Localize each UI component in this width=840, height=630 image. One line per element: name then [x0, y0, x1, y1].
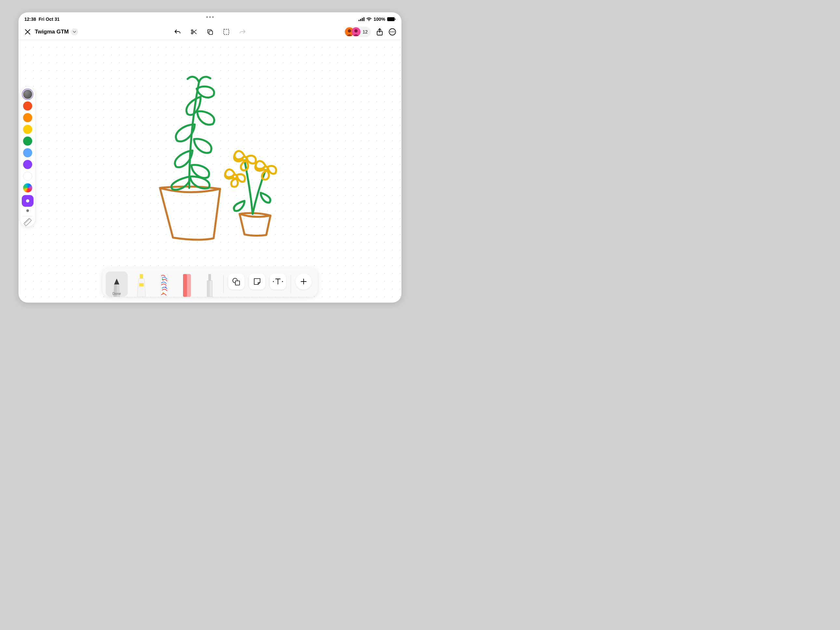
highlighter-tool[interactable] — [132, 272, 150, 297]
battery-pct: 100% — [374, 17, 385, 22]
svg-point-39 — [273, 281, 274, 282]
status-time: 12:38 — [24, 17, 36, 22]
color-palette — [20, 87, 35, 227]
stroke-size-button[interactable] — [26, 209, 29, 212]
share-icon — [376, 28, 383, 36]
ruler-button[interactable] — [24, 218, 32, 227]
highlighter-icon — [136, 274, 147, 297]
svg-rect-21 — [24, 218, 32, 226]
dock-divider — [291, 275, 291, 293]
cutter-icon — [206, 274, 213, 297]
svg-rect-25 — [140, 274, 143, 279]
svg-rect-4 — [387, 17, 395, 21]
svg-point-15 — [390, 32, 392, 33]
svg-rect-2 — [362, 18, 363, 21]
svg-rect-38 — [235, 281, 240, 285]
color-picker-button[interactable] — [23, 183, 32, 193]
sticky-note-tool[interactable] — [249, 273, 265, 290]
battery-icon — [387, 17, 396, 21]
wifi-icon — [366, 17, 371, 21]
svg-marker-22 — [114, 279, 119, 284]
sticky-note-icon — [253, 278, 261, 286]
shape-tool[interactable] — [228, 273, 245, 290]
svg-point-29 — [162, 279, 163, 280]
document-title[interactable]: Twigma GTM — [35, 28, 69, 35]
dock-divider — [223, 275, 224, 293]
status-date: Fri Oct 31 — [39, 17, 60, 22]
collaborators-button[interactable]: 12 — [344, 27, 371, 37]
cutter-tool[interactable] — [201, 272, 219, 297]
copy-button[interactable] — [207, 28, 213, 35]
color-swatch-yellow[interactable] — [23, 125, 32, 134]
canvas-drawing — [19, 40, 401, 303]
svg-marker-36 — [207, 281, 210, 297]
svg-marker-34 — [208, 274, 211, 281]
shapes-icon — [232, 277, 240, 286]
svg-rect-5 — [395, 19, 396, 20]
svg-point-11 — [348, 29, 351, 33]
canvas[interactable]: Done — [19, 40, 401, 303]
scissors-icon — [190, 28, 197, 35]
color-swatch-dark-gray[interactable] — [23, 90, 32, 99]
redo-icon — [239, 28, 246, 35]
eraser-tool[interactable] — [178, 272, 196, 297]
svg-rect-1 — [360, 19, 361, 21]
undo-icon — [174, 28, 181, 35]
app-top-bar: Twigma GTM — [19, 24, 401, 39]
device-frame: 12:38 Fri Oct 31 100% Twigma GTM — [19, 13, 401, 303]
cellular-icon — [358, 17, 365, 21]
svg-rect-33 — [183, 274, 187, 297]
close-button[interactable] — [24, 28, 32, 36]
svg-rect-0 — [358, 20, 360, 21]
palette-divider — [23, 216, 33, 216]
text-tool[interactable] — [270, 273, 286, 290]
center-toolbar — [174, 28, 246, 35]
svg-point-12 — [354, 29, 358, 33]
chevron-down-icon — [73, 31, 76, 33]
share-button[interactable] — [376, 28, 383, 36]
svg-marker-26 — [137, 279, 146, 297]
washi-tape-tool[interactable] — [155, 272, 173, 297]
svg-point-30 — [165, 286, 166, 288]
select-button[interactable] — [223, 28, 230, 35]
svg-point-40 — [282, 281, 283, 282]
copy-icon — [207, 28, 213, 35]
add-button[interactable] — [295, 273, 312, 290]
text-icon — [272, 278, 283, 286]
washi-tape-icon — [159, 274, 170, 297]
pencil-tool[interactable]: Done — [106, 272, 128, 297]
svg-point-31 — [163, 292, 164, 294]
color-swatch-green[interactable] — [23, 137, 32, 146]
collaborator-count: 12 — [362, 29, 368, 35]
svg-point-17 — [394, 32, 395, 33]
svg-rect-10 — [224, 29, 229, 35]
document-menu-button[interactable] — [71, 28, 78, 35]
color-swatch-white[interactable] — [23, 172, 32, 181]
cut-button[interactable] — [190, 28, 197, 35]
status-right: 100% — [358, 17, 396, 22]
svg-rect-3 — [363, 17, 365, 21]
plus-icon — [300, 278, 307, 285]
color-swatch-purple[interactable] — [23, 160, 32, 169]
color-swatch-blue[interactable] — [23, 148, 32, 157]
avatar — [351, 27, 360, 36]
svg-point-16 — [392, 32, 393, 33]
color-swatch-red-orange[interactable] — [23, 101, 32, 111]
color-swatch-orange[interactable] — [23, 113, 32, 122]
ellipsis-icon — [388, 28, 396, 36]
multitask-indicator[interactable] — [207, 16, 214, 18]
tool-dock: Done — [103, 268, 317, 297]
svg-rect-27 — [139, 283, 144, 286]
highlight-color-button[interactable] — [22, 195, 33, 207]
redo-button[interactable] — [239, 28, 246, 35]
undo-button[interactable] — [174, 28, 181, 35]
pencil-tool-label: Done — [112, 292, 121, 295]
svg-rect-9 — [209, 31, 213, 35]
ruler-icon — [24, 218, 32, 227]
more-button[interactable] — [388, 28, 396, 36]
eraser-icon — [182, 274, 193, 297]
selection-icon — [223, 28, 230, 35]
